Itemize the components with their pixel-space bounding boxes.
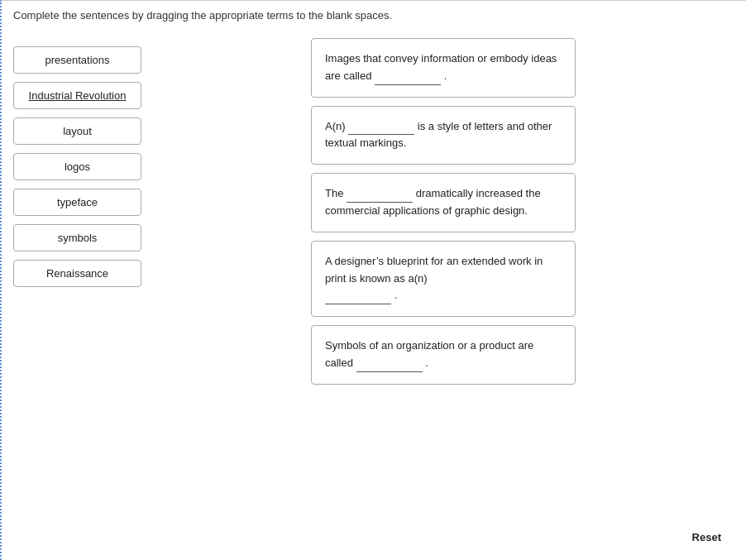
drop-zone-1[interactable]: Images that convey information or embody… xyxy=(311,38,576,98)
drop-zone-4[interactable]: A designer’s blueprint for an extended w… xyxy=(311,241,576,317)
zone3-blank[interactable] xyxy=(347,192,413,203)
drop-zone-5[interactable]: Symbols of an organization or a product … xyxy=(311,325,576,385)
reset-area: Reset xyxy=(692,531,721,543)
drag-item-symbols[interactable]: symbols xyxy=(13,224,141,251)
zone1-text-before: Images that convey information or embody… xyxy=(325,52,557,82)
drag-items-column: presentations Industrial Revolution layo… xyxy=(13,38,162,385)
drag-item-industrial-revolution[interactable]: Industrial Revolution xyxy=(13,82,141,109)
zone1-text-after: . xyxy=(444,69,447,82)
reset-button[interactable]: Reset xyxy=(692,531,721,543)
zone5-blank[interactable] xyxy=(356,361,423,372)
drag-item-presentations[interactable]: presentations xyxy=(13,46,141,74)
zone4-text-before: A designer’s blueprint for an extended w… xyxy=(325,255,543,285)
zone1-blank[interactable] xyxy=(375,74,441,85)
drag-item-logos[interactable]: logos xyxy=(13,153,141,180)
zone4-text-after: . xyxy=(395,289,398,301)
zone2-blank[interactable] xyxy=(348,124,414,135)
drag-item-typeface[interactable]: typeface xyxy=(13,189,141,216)
zone3-text-before: The xyxy=(325,187,343,199)
zone5-text-after: . xyxy=(425,357,428,369)
drop-zone-2[interactable]: A(n) is a style of letters and other tex… xyxy=(311,106,576,165)
instructions-text: Complete the sentences by dragging the a… xyxy=(13,9,738,22)
drag-item-renaissance[interactable]: Renaissance xyxy=(13,260,141,287)
drop-zone-3[interactable]: The dramatically increased the commercia… xyxy=(311,173,576,232)
zone4-blank[interactable] xyxy=(325,294,391,304)
zone2-text-before: A(n) xyxy=(325,120,346,132)
drag-item-layout[interactable]: layout xyxy=(13,117,141,145)
drop-zones-column: Images that convey information or embody… xyxy=(311,38,576,385)
